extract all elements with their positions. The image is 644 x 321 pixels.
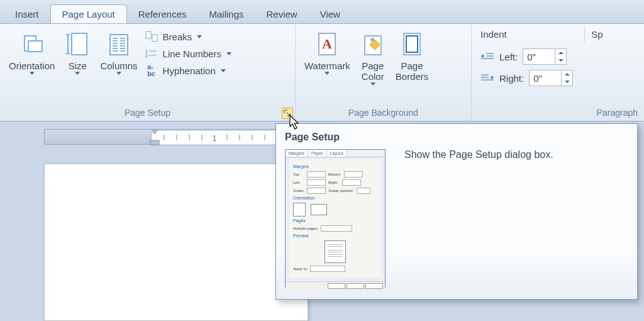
indent-left-input[interactable]: 0" xyxy=(523,48,567,65)
group-paragraph: Indent Left: 0" xyxy=(472,24,644,121)
svg-point-28 xyxy=(370,38,374,42)
line-numbers-icon: 12 xyxy=(145,47,158,60)
svg-marker-34 xyxy=(481,54,484,58)
svg-rect-2 xyxy=(72,33,87,55)
svg-marker-52 xyxy=(290,115,298,129)
breaks-label: Breaks xyxy=(163,31,192,42)
breaks-icon xyxy=(145,30,158,43)
indent-left-spinner[interactable] xyxy=(555,49,566,64)
hyphenation-icon: a-bc xyxy=(145,64,158,77)
svg-rect-51 xyxy=(150,140,159,145)
page-borders-icon xyxy=(397,29,427,60)
watermark-label: Watermark xyxy=(304,60,350,71)
chevron-down-icon xyxy=(221,69,226,72)
indent-left-label: Left: xyxy=(499,52,518,62)
hyphenation-label: Hyphenation xyxy=(163,65,216,76)
group-label-page-setup: Page Setup xyxy=(5,108,290,120)
document-page[interactable] xyxy=(44,164,308,321)
chevron-down-icon xyxy=(75,72,80,75)
size-label: Size xyxy=(69,60,87,71)
indent-right-value: 0" xyxy=(533,73,542,84)
orientation-icon xyxy=(17,29,47,60)
size-icon xyxy=(62,29,92,60)
svg-text:1: 1 xyxy=(212,133,216,143)
svg-rect-19 xyxy=(146,31,151,38)
breaks-button[interactable]: Breaks xyxy=(145,30,231,43)
indent-left-icon xyxy=(480,51,494,62)
svg-rect-1 xyxy=(28,41,42,52)
svg-text:1: 1 xyxy=(145,49,148,54)
chevron-down-icon xyxy=(116,72,121,75)
group-label-paragraph: Paragraph xyxy=(477,108,639,120)
columns-icon xyxy=(104,29,134,60)
page-color-icon xyxy=(358,29,388,60)
indent-left-value: 0" xyxy=(527,52,536,62)
indent-right-icon xyxy=(480,72,494,84)
svg-marker-38 xyxy=(491,76,494,79)
group-label-page-background: Page Background xyxy=(301,108,466,120)
chevron-down-icon xyxy=(370,82,375,86)
orientation-button[interactable]: Orientation xyxy=(5,26,58,75)
tab-page-layout[interactable]: Page Layout xyxy=(50,4,127,23)
hyphenation-button[interactable]: a-bc Hyphenation xyxy=(145,64,231,77)
tab-review[interactable]: Review xyxy=(255,5,309,23)
indent-right-spinner[interactable] xyxy=(561,70,572,86)
tooltip-title: Page Setup xyxy=(285,132,628,143)
indent-title: Indent xyxy=(480,29,573,40)
size-button[interactable]: Size xyxy=(58,26,96,75)
line-numbers-label: Line Numbers xyxy=(163,48,221,59)
svg-rect-39 xyxy=(152,130,290,145)
svg-text:A: A xyxy=(322,36,332,52)
group-page-setup: Orientation Size xyxy=(0,24,296,121)
indent-right-input[interactable]: 0" xyxy=(529,70,573,86)
columns-button[interactable]: Columns xyxy=(96,26,141,75)
orientation-label: Orientation xyxy=(9,60,55,71)
svg-rect-6 xyxy=(110,35,128,55)
page-borders-button[interactable]: Page Borders xyxy=(392,26,433,82)
group-page-background: A Watermark Page Color xyxy=(296,24,472,121)
watermark-icon: A xyxy=(312,29,342,60)
chevron-down-icon xyxy=(197,35,202,38)
chevron-down-icon xyxy=(30,72,35,75)
ribbon-tab-bar: Insert Page Layout References Mailings R… xyxy=(0,0,644,24)
indent-right-label: Right: xyxy=(499,73,524,84)
columns-label: Columns xyxy=(100,60,137,71)
chevron-down-icon xyxy=(226,52,231,55)
tooltip-text: Show the Page Setup dialog box. xyxy=(404,149,553,288)
page-setup-tooltip: Page Setup Margins Paper Layout Margins … xyxy=(275,123,638,300)
ribbon: Orientation Size xyxy=(0,24,644,121)
page-color-label: Page Color xyxy=(362,60,384,82)
tab-mailings[interactable]: Mailings xyxy=(197,5,255,23)
chevron-down-icon xyxy=(325,72,330,75)
tab-view[interactable]: View xyxy=(309,5,352,23)
svg-rect-20 xyxy=(152,35,157,42)
tab-references[interactable]: References xyxy=(127,5,198,23)
line-numbers-button[interactable]: 12 Line Numbers xyxy=(145,47,231,60)
spacing-title: Sp xyxy=(591,29,602,40)
tab-insert[interactable]: Insert xyxy=(4,5,50,23)
page-borders-label: Page Borders xyxy=(396,60,429,82)
watermark-button[interactable]: A Watermark xyxy=(301,26,354,75)
page-color-button[interactable]: Page Color xyxy=(354,26,392,86)
tooltip-preview-image: Margins Paper Layout Margins Top:Bottom:… xyxy=(285,149,386,288)
svg-text:2: 2 xyxy=(145,54,148,58)
cursor-arrow-icon xyxy=(289,115,302,133)
